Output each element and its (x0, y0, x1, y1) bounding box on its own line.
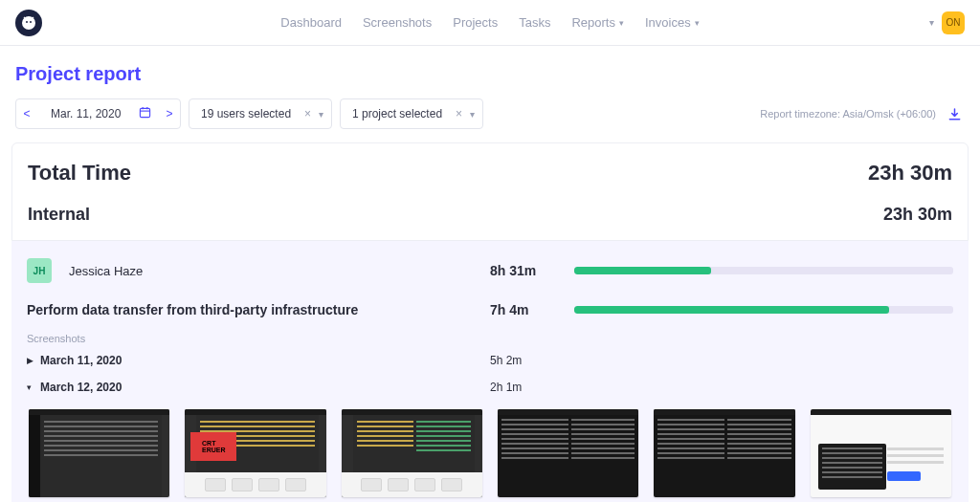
screenshot-thumbnail[interactable] (342, 409, 482, 497)
task-progress-bar (574, 306, 953, 314)
page-title: Project report (0, 46, 980, 98)
date-prev-button[interactable]: < (16, 107, 37, 120)
svg-point-1 (26, 21, 28, 23)
day-row[interactable]: ▶ March 11, 2020 5h 2m (27, 354, 953, 367)
app-logo[interactable] (15, 10, 42, 36)
nav-reports[interactable]: Reports▾ (571, 15, 624, 30)
report-body: JH Jessica Haze 8h 31m Perform data tran… (11, 241, 969, 502)
screenshot-thumbnail[interactable] (811, 409, 951, 497)
day-time: 2h 1m (490, 381, 522, 394)
summary-card: Total Time 23h 30m Internal 23h 30m (11, 142, 969, 241)
day-row[interactable]: ▾ March 12, 2020 2h 1m (27, 381, 953, 394)
user-menu-chevron-icon[interactable]: ▾ (929, 17, 934, 28)
screenshot-thumbnail[interactable] (29, 409, 169, 497)
chevron-down-icon: ▾ (319, 109, 323, 120)
nav-projects[interactable]: Projects (453, 15, 498, 30)
screenshot-thumbnails: 00:09 CRTERUER 00:13 00:23 (27, 407, 953, 502)
nav-invoices[interactable]: Invoices▾ (645, 15, 700, 30)
chevron-down-icon: ▾ (470, 109, 475, 120)
task-row[interactable]: Perform data transfer from third-party i… (27, 302, 953, 317)
user-avatar: JH (27, 258, 52, 283)
total-time-value: 23h 30m (868, 161, 952, 186)
chevron-down-icon: ▾ (619, 18, 624, 28)
screenshot-thumbnail[interactable]: CRTERUER (185, 409, 325, 497)
users-clear-icon[interactable]: × (304, 107, 311, 120)
total-time-label: Total Time (28, 161, 131, 186)
date-range-picker[interactable]: < Mar. 11, 2020 > (15, 98, 181, 129)
task-time: 7h 4m (490, 302, 567, 317)
screenshots-label: Screenshots (27, 333, 953, 344)
day-time: 5h 2m (490, 354, 522, 367)
expand-icon[interactable]: ▶ (27, 356, 40, 365)
projects-select[interactable]: 1 project selected × ▾ (340, 98, 483, 129)
chevron-down-icon: ▾ (695, 18, 700, 28)
calendar-icon[interactable] (131, 106, 159, 121)
svg-point-0 (22, 16, 35, 30)
project-name-label: Internal (28, 205, 90, 225)
users-select-label: 19 users selected (201, 107, 291, 120)
filter-bar: < Mar. 11, 2020 > 19 users selected × ▾ … (0, 98, 980, 142)
svg-point-2 (30, 21, 32, 23)
download-button[interactable] (944, 107, 965, 121)
top-nav: Dashboard Screenshots Projects Tasks Rep… (0, 0, 980, 46)
nav-dashboard[interactable]: Dashboard (280, 15, 342, 30)
user-row[interactable]: JH Jessica Haze 8h 31m (27, 258, 953, 283)
screenshot-thumbnail[interactable] (498, 409, 638, 497)
nav-tasks[interactable]: Tasks (519, 15, 550, 30)
projects-clear-icon[interactable]: × (456, 107, 462, 120)
date-value[interactable]: Mar. 11, 2020 (37, 107, 131, 120)
nav-right: ▾ ON (929, 11, 965, 34)
day-date: March 12, 2020 (40, 381, 490, 394)
user-name: Jessica Haze (69, 264, 143, 278)
day-date: March 11, 2020 (40, 354, 490, 367)
timezone-label: Report timezone: Asia/Omsk (+06:00) (760, 108, 936, 120)
projects-select-label: 1 project selected (352, 107, 442, 120)
date-next-button[interactable]: > (159, 107, 180, 120)
users-select[interactable]: 19 users selected × ▾ (189, 98, 332, 129)
user-time: 8h 31m (490, 263, 567, 278)
screenshot-thumbnail[interactable] (654, 409, 794, 497)
svg-rect-3 (140, 108, 149, 117)
user-progress-bar (574, 267, 953, 274)
nav-screenshots[interactable]: Screenshots (363, 15, 432, 30)
current-user-avatar[interactable]: ON (942, 11, 965, 34)
project-time-value: 23h 30m (883, 205, 952, 225)
task-name: Perform data transfer from third-party i… (27, 302, 490, 317)
collapse-icon[interactable]: ▾ (27, 382, 40, 392)
nav-center: Dashboard Screenshots Projects Tasks Rep… (280, 15, 699, 30)
